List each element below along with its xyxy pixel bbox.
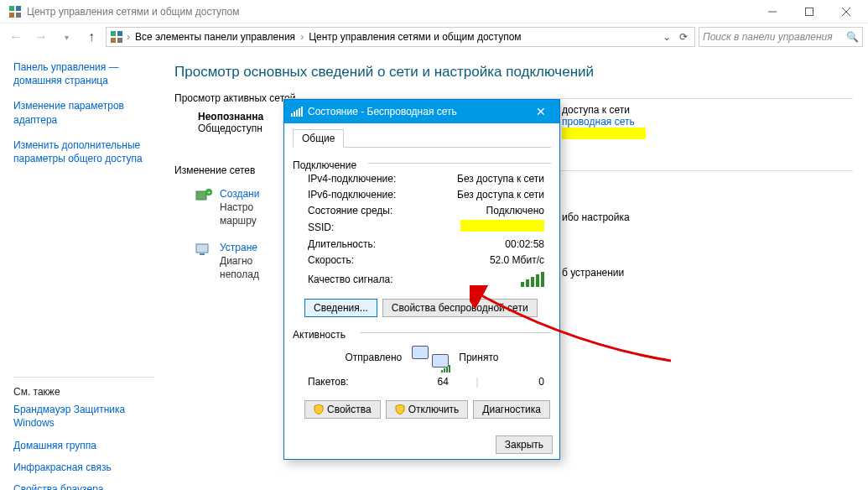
ssid-value — [410, 220, 551, 237]
access-type-row: доступа к сети — [562, 104, 646, 116]
received-label: Принято — [459, 352, 498, 363]
breadcrumb-item[interactable]: Центр управления сетями и общим доступом — [307, 31, 523, 43]
svg-rect-12 — [196, 191, 206, 200]
troubleshoot-icon — [195, 242, 213, 257]
dialog-title: Состояние - Беспроводная сеть — [308, 106, 457, 117]
svg-rect-1 — [16, 6, 21, 11]
packets-received: 0 — [479, 374, 551, 390]
action-title: Устране — [220, 242, 259, 253]
speed-value: 52.0 Мбит/с — [410, 253, 551, 268]
svg-rect-3 — [16, 13, 21, 18]
activity-icon — [412, 346, 449, 369]
wifi-status-dialog: Состояние - Беспроводная сеть ✕ Общие По… — [283, 99, 560, 460]
action-title: Создани — [220, 188, 259, 200]
svg-rect-10 — [111, 38, 116, 43]
address-bar: ← → ▾ ↑ › Все элементы панели управления… — [0, 23, 868, 50]
action-tail-text: б устранении — [562, 267, 624, 279]
svg-rect-2 — [9, 13, 14, 18]
packets-sent: 64 — [410, 374, 476, 390]
properties-button[interactable]: Свойства — [304, 400, 381, 419]
search-placeholder: Поиск в панели управления — [703, 31, 846, 43]
ipv6-value: Без доступа к сети — [410, 187, 551, 203]
close-button[interactable] — [828, 0, 865, 23]
svg-rect-11 — [117, 38, 122, 43]
control-panel-icon — [110, 30, 123, 44]
disable-button[interactable]: Отключить — [386, 400, 469, 419]
duration-value: 00:02:58 — [410, 237, 551, 253]
ipv4-value: Без доступа к сети — [410, 171, 551, 187]
window-titlebar: Центр управления сетями и общим доступом — [0, 0, 868, 23]
breadcrumb[interactable]: › Все элементы панели управления › Центр… — [106, 27, 695, 47]
action-tail-text: ибо настройка — [562, 211, 630, 223]
svg-rect-16 — [200, 253, 205, 255]
sidebar-homegroup[interactable]: Домашняя группа — [13, 439, 154, 452]
diagnose-button[interactable]: Диагностика — [473, 400, 550, 419]
chevron-right-icon[interactable]: › — [299, 31, 305, 43]
dialog-close-button[interactable]: ✕ — [529, 100, 553, 123]
chevron-right-icon[interactable]: › — [125, 31, 132, 43]
signal-icon — [291, 107, 303, 117]
dialog-titlebar[interactable]: Состояние - Беспроводная сеть ✕ — [284, 100, 559, 123]
redacted-highlight — [460, 220, 544, 232]
close-dialog-button[interactable]: Закрыть — [496, 435, 553, 454]
forward-button[interactable]: → — [30, 26, 52, 48]
sidebar-infrared[interactable]: Инфракрасная связь — [13, 461, 154, 474]
signal-quality-icon — [521, 272, 551, 287]
svg-rect-5 — [806, 8, 813, 15]
up-button[interactable]: ↑ — [81, 26, 102, 48]
sidebar: Панель управления — домашняя страница Из… — [0, 50, 168, 490]
connection-link[interactable]: проводная сеть — [562, 116, 635, 128]
sidebar-adapter-settings[interactable]: Изменение параметров адаптера — [13, 99, 154, 126]
refresh-button[interactable]: ⟳ — [676, 31, 691, 43]
see-also-header: См. также — [13, 386, 154, 398]
breadcrumb-dropdown[interactable]: ⌄ — [659, 31, 674, 43]
details-button[interactable]: Сведения... — [304, 299, 377, 317]
create-connection-icon: + — [195, 188, 213, 203]
maximize-button[interactable] — [791, 0, 828, 23]
minimize-button[interactable] — [754, 0, 791, 23]
sidebar-sharing-settings[interactable]: Изменить дополнительные параметры общего… — [13, 138, 154, 165]
svg-rect-9 — [117, 31, 122, 36]
search-icon: 🔍 — [846, 31, 859, 43]
tab-general[interactable]: Общие — [293, 129, 344, 148]
window-title: Центр управления сетями и общим доступом — [27, 6, 754, 18]
sidebar-home-link[interactable]: Панель управления — домашняя страница — [13, 60, 154, 87]
media-state-value: Подключено — [410, 203, 551, 219]
sent-label: Отправлено — [346, 352, 403, 363]
svg-text:+: + — [207, 189, 211, 196]
activity-fieldset: Активность Отправлено Принято Пакетов: 6… — [293, 326, 551, 419]
breadcrumb-item[interactable]: Все элементы панели управления — [133, 31, 297, 43]
svg-rect-15 — [196, 244, 208, 253]
search-input[interactable]: Поиск в панели управления 🔍 — [699, 27, 863, 47]
redacted-highlight — [562, 128, 646, 139]
recent-dropdown[interactable]: ▾ — [55, 26, 77, 48]
back-button[interactable]: ← — [5, 26, 27, 48]
svg-rect-0 — [9, 6, 14, 11]
sidebar-firewall[interactable]: Брандмауэр Защитника Windows — [13, 403, 154, 430]
page-heading: Просмотр основных сведений о сети и наст… — [174, 64, 853, 81]
wireless-properties-button[interactable]: Свойства беспроводной сети — [382, 299, 538, 317]
svg-rect-8 — [111, 31, 116, 36]
app-icon — [8, 5, 22, 18]
connection-fieldset: Подключение IPv4-подключение:Без доступа… — [293, 156, 551, 317]
sidebar-browser-props[interactable]: Свойства браузера — [13, 482, 154, 490]
